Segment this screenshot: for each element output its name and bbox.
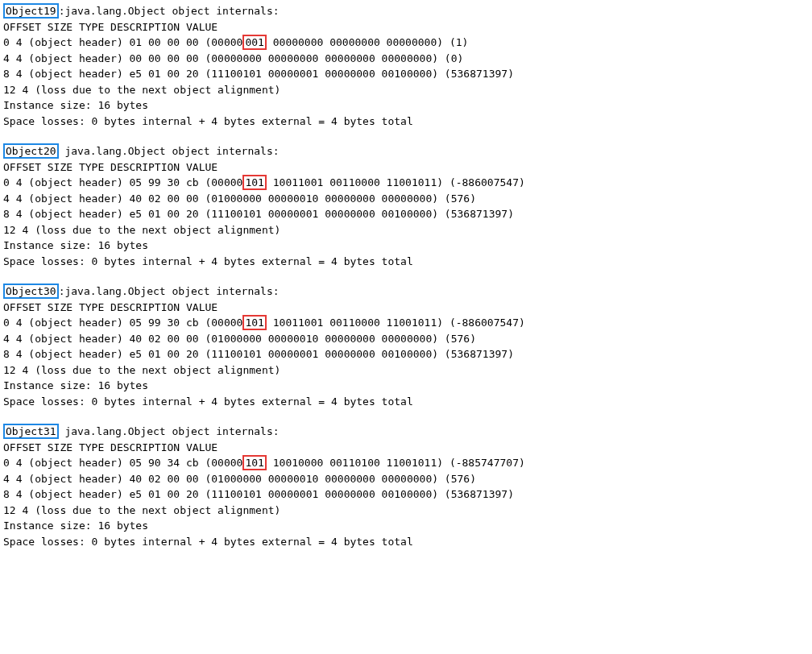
instance-size: Instance size: 16 bytes — [3, 238, 809, 254]
col-size: SIZE — [48, 301, 72, 313]
data-row: 4 4 (object header) 40 02 00 00 (0100000… — [3, 471, 809, 487]
loss-row: 12 4 (loss due to the next object alignm… — [3, 82, 809, 98]
col-description: DESCRIPTION — [110, 441, 180, 453]
col-size: SIZE — [48, 21, 72, 33]
table-header: OFFSET SIZE TYPE DESCRIPTION VALUE — [3, 19, 809, 35]
block-title: Object31 java.lang.Object object interna… — [3, 424, 809, 440]
col-value: VALUE — [186, 161, 218, 173]
data-row: 0 4 (object header) 05 99 30 cb (0000010… — [3, 175, 809, 191]
data-row: 8 4 (object header) e5 01 00 20 (1110010… — [3, 486, 809, 503]
col-description: DESCRIPTION — [110, 21, 180, 33]
instance-size: Instance size: 16 bytes — [3, 518, 809, 534]
col-offset: OFFSET — [3, 301, 41, 313]
col-offset: OFFSET — [3, 21, 41, 33]
table-header: OFFSET SIZE TYPE DESCRIPTION VALUE — [3, 440, 809, 456]
space-losses: Space losses: 0 bytes internal + 4 bytes… — [3, 114, 809, 130]
data-row: 0 4 (object header) 05 90 34 cb (0000010… — [3, 455, 809, 471]
block-title: Object30:java.lang.Object object interna… — [3, 284, 809, 300]
bits-highlight: 101 — [242, 455, 266, 470]
bits-highlight: 001 — [242, 35, 266, 50]
col-description: DESCRIPTION — [110, 301, 180, 313]
data-row: 4 4 (object header) 00 00 00 00 (0000000… — [3, 51, 809, 67]
data-row: 8 4 (object header) e5 01 00 20 (1110010… — [3, 206, 809, 222]
col-value: VALUE — [186, 441, 218, 453]
loss-row: 12 4 (loss due to the next object alignm… — [3, 222, 809, 238]
object-name-highlight: Object19 — [3, 3, 59, 19]
space-losses: Space losses: 0 bytes internal + 4 bytes… — [3, 534, 809, 550]
object-block: Object30:java.lang.Object object interna… — [3, 284, 809, 409]
data-row: 8 4 (object header) e5 01 00 20 (1110010… — [3, 346, 809, 362]
col-description: DESCRIPTION — [110, 161, 180, 173]
col-size: SIZE — [48, 161, 72, 173]
col-value: VALUE — [186, 21, 218, 33]
col-offset: OFFSET — [3, 441, 41, 453]
object-block: Object31 java.lang.Object object interna… — [3, 424, 809, 549]
object-block: Object19:java.lang.Object object interna… — [3, 3, 809, 129]
data-row: 4 4 (object header) 40 02 00 00 (0100000… — [3, 331, 809, 347]
object-name-highlight: Object31 — [3, 424, 59, 439]
instance-size: Instance size: 16 bytes — [3, 378, 809, 394]
block-title: Object20 java.lang.Object object interna… — [3, 143, 809, 159]
col-size: SIZE — [48, 441, 72, 453]
col-type: TYPE — [79, 441, 104, 453]
col-type: TYPE — [79, 301, 104, 313]
loss-row: 12 4 (loss due to the next object alignm… — [3, 503, 809, 519]
object-name-highlight: Object30 — [3, 284, 59, 299]
data-row: 0 4 (object header) 05 99 30 cb (0000010… — [3, 315, 809, 331]
data-row: 4 4 (object header) 40 02 00 00 (0100000… — [3, 191, 809, 207]
object-name-highlight: Object20 — [3, 143, 59, 159]
instance-size: Instance size: 16 bytes — [3, 97, 809, 114]
bits-highlight: 101 — [242, 175, 266, 190]
col-type: TYPE — [79, 161, 104, 173]
col-value: VALUE — [186, 301, 218, 313]
block-title: Object19:java.lang.Object object interna… — [3, 3, 809, 19]
data-row: 8 4 (object header) e5 01 00 20 (1110010… — [3, 66, 809, 82]
space-losses: Space losses: 0 bytes internal + 4 bytes… — [3, 254, 809, 270]
col-type: TYPE — [79, 21, 104, 33]
table-header: OFFSET SIZE TYPE DESCRIPTION VALUE — [3, 159, 809, 176]
data-row: 0 4 (object header) 01 00 00 00 (0000000… — [3, 35, 809, 51]
table-header: OFFSET SIZE TYPE DESCRIPTION VALUE — [3, 300, 809, 316]
col-offset: OFFSET — [3, 161, 41, 173]
object-block: Object20 java.lang.Object object interna… — [3, 143, 809, 269]
bits-highlight: 101 — [242, 315, 266, 330]
loss-row: 12 4 (loss due to the next object alignm… — [3, 362, 809, 379]
space-losses: Space losses: 0 bytes internal + 4 bytes… — [3, 394, 809, 410]
